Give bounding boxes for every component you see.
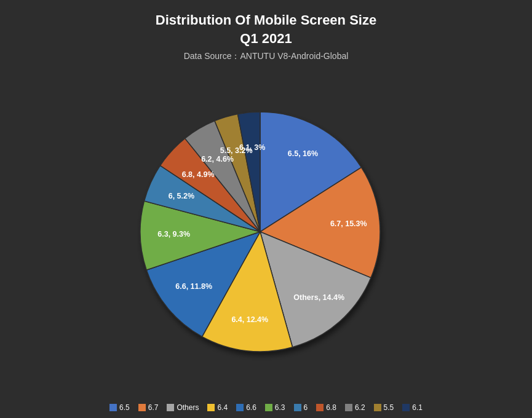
legend-label: Others xyxy=(177,403,199,412)
label-6.4: 6.4, 12.4% xyxy=(231,315,268,323)
legend-color-box xyxy=(167,404,174,411)
legend-color-box xyxy=(265,404,272,411)
chart-source: Data Source：ANTUTU V8-Android-Global xyxy=(184,51,349,62)
legend-label: 6.5 xyxy=(119,403,130,412)
legend-color-box xyxy=(207,404,215,411)
legend-item-6.7: 6.7 xyxy=(138,403,159,412)
legend-item-6: 6 xyxy=(294,403,308,412)
legend-item-6.3: 6.3 xyxy=(265,403,285,412)
legend-color-box xyxy=(316,404,324,411)
label-Others: Others, 14.4% xyxy=(293,293,344,302)
legend-label: 6.3 xyxy=(275,403,285,412)
legend-item-6.8: 6.8 xyxy=(316,403,336,412)
label-6.8: 6.8, 4.9% xyxy=(181,170,214,179)
legend-color-box xyxy=(374,404,381,411)
legend-item-6.4: 6.4 xyxy=(207,403,228,412)
legend-label: 6.6 xyxy=(246,403,256,412)
legend-label: 6.7 xyxy=(148,403,159,412)
label-6.5: 6.5, 16% xyxy=(287,149,317,157)
chart-title: Distribution Of Mobile Screen Size Q1 20… xyxy=(156,11,376,47)
legend-label: 5.5 xyxy=(384,403,394,412)
legend-color-box xyxy=(402,404,410,411)
legend-label: 6.8 xyxy=(326,403,336,412)
label-6: 6, 5.2% xyxy=(168,191,194,200)
legend-label: 6.1 xyxy=(412,403,423,412)
legend-color-box xyxy=(138,404,146,411)
label-6.7: 6.7, 15.3% xyxy=(330,219,367,228)
label-6.1: 6.1, 3% xyxy=(239,143,264,152)
legend: 6.56.7Others6.46.66.366.86.25.56.1 xyxy=(0,401,532,418)
legend-item-6.2: 6.2 xyxy=(345,403,365,412)
legend-item-6.5: 6.5 xyxy=(109,403,130,412)
legend-color-box xyxy=(236,404,244,411)
legend-color-box xyxy=(109,404,117,411)
label-6.3: 6.3, 9.3% xyxy=(157,230,190,239)
legend-color-box xyxy=(294,404,301,411)
legend-item-Others: Others xyxy=(167,403,199,412)
legend-label: 6 xyxy=(304,403,308,412)
legend-item-6.6: 6.6 xyxy=(236,403,256,412)
label-6.2: 6.2, 4.6% xyxy=(201,154,234,163)
legend-label: 6.4 xyxy=(217,403,228,412)
chart-area: 6.5, 16%6.7, 15.3%Others, 14.4%6.4, 12.4… xyxy=(0,62,532,401)
legend-label: 6.2 xyxy=(355,403,365,412)
legend-item-6.1: 6.1 xyxy=(402,403,423,412)
label-6.6: 6.6, 11.8% xyxy=(175,282,212,291)
legend-item-5.5: 5.5 xyxy=(374,403,394,412)
pie-chart: 6.5, 16%6.7, 15.3%Others, 14.4%6.4, 12.4… xyxy=(94,90,439,373)
legend-color-box xyxy=(345,404,352,411)
